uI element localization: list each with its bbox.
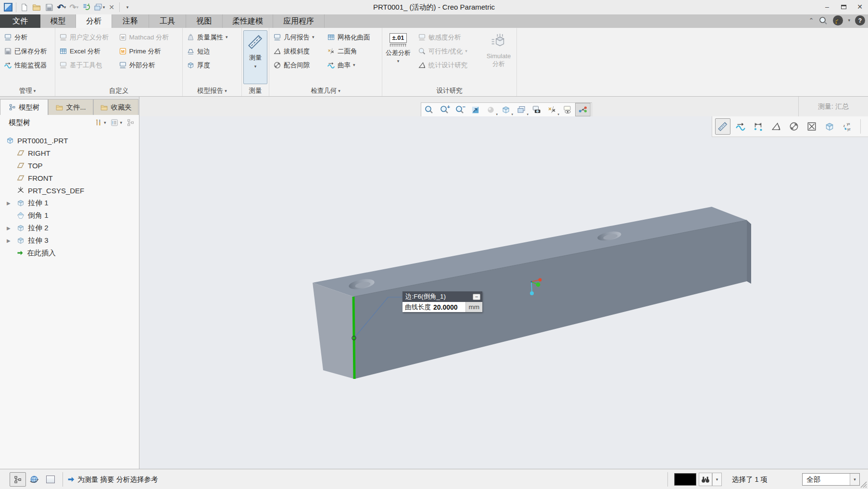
group-label-manage[interactable]: 管理▾ xyxy=(0,86,55,96)
tree-settings-button[interactable]: ▾ xyxy=(94,118,106,127)
selected-edge-highlight[interactable] xyxy=(353,297,354,379)
tab-analysis[interactable]: 分析 xyxy=(76,14,112,28)
zoom-region-button[interactable] xyxy=(421,103,437,116)
excel-analysis-button[interactable]: Excel 分析 xyxy=(55,44,115,58)
tab-applications[interactable]: 应用程序 xyxy=(273,14,325,28)
tab-favorites[interactable]: 收藏夹 xyxy=(93,99,138,115)
tree-item-datum-front[interactable]: FRONT xyxy=(0,172,138,184)
tree-item-datum-right[interactable]: RIGHT xyxy=(0,147,138,159)
chevron-down-icon[interactable]: ▾ xyxy=(848,18,850,23)
refit-button[interactable] xyxy=(467,103,483,116)
chevron-down-icon[interactable]: ▾ xyxy=(511,113,513,116)
search-icon[interactable] xyxy=(818,16,828,25)
performance-monitor-button[interactable]: 性能监视器 xyxy=(0,58,55,72)
chevron-down-icon[interactable]: ▾ xyxy=(496,113,498,116)
chevron-down-icon[interactable]: ▾ xyxy=(104,121,106,125)
tab-annotate[interactable]: 注释 xyxy=(112,14,149,28)
fit-clearance-button[interactable]: 配合间隙 xyxy=(269,58,323,72)
measure-length-button[interactable] xyxy=(733,118,748,135)
tree-item-csys[interactable]: PRT_CSYS_DEF xyxy=(0,184,138,197)
ribbon-utility-icons: ⌃ 🎓 ▾ ? xyxy=(809,15,865,25)
mass-properties-button[interactable]: 质量属性▾ xyxy=(183,30,241,44)
graphics-area[interactable]: 边:F6(倒角_1) − 曲线长度 20.0000 mm xyxy=(139,116,868,469)
measure-button[interactable]: 测量 ▾ xyxy=(243,30,267,84)
annotation-display-button[interactable] xyxy=(560,103,575,116)
view-manager-button[interactable] xyxy=(529,103,544,116)
external-analysis-button[interactable]: 外部分析 xyxy=(115,58,182,72)
tooltip-collapse-button[interactable]: − xyxy=(473,294,480,300)
analysis-button[interactable]: 分析 xyxy=(0,30,55,44)
expand-caret[interactable]: ▶ xyxy=(7,201,11,206)
chevron-down-icon[interactable]: ▾ xyxy=(353,63,355,67)
measure-angle-button[interactable] xyxy=(768,118,784,135)
dihedral-angle-button[interactable]: 二面角 xyxy=(323,44,382,58)
tree-item-part[interactable]: PRT0001_.PRT xyxy=(0,134,138,147)
zoom-out-button[interactable]: − xyxy=(452,103,467,116)
tab-file[interactable]: 文件 xyxy=(0,14,40,28)
chevron-down-icon[interactable]: ▾ xyxy=(312,35,314,39)
close-button[interactable]: ✕ xyxy=(852,0,868,13)
measure-volume-button[interactable] xyxy=(822,118,837,135)
chevron-down-icon[interactable]: ▾ xyxy=(120,121,122,125)
datum-display-button[interactable]: ▾ xyxy=(544,103,560,116)
tab-tools[interactable]: 工具 xyxy=(149,14,186,28)
tab-flexible-modeling[interactable]: 柔性建模 xyxy=(223,14,273,28)
draft-analysis-button[interactable]: 拔模斜度 xyxy=(269,44,323,58)
tooltip-header[interactable]: 边:F6(倒角_1) − xyxy=(403,291,482,302)
thickness-button[interactable]: 厚度 xyxy=(183,58,241,72)
measure-distance-button[interactable] xyxy=(751,118,766,135)
measure-area-button[interactable] xyxy=(804,118,819,135)
collapse-ribbon-button[interactable]: ⌃ xyxy=(809,17,814,24)
x-axis-ball xyxy=(539,278,542,282)
minimize-button[interactable]: – xyxy=(819,0,835,13)
saved-analysis-button[interactable]: 已保存分析 xyxy=(0,44,55,58)
expand-caret[interactable]: ▶ xyxy=(7,238,11,243)
meshed-surface-button[interactable]: 网格化曲面 xyxy=(323,30,382,44)
group-label-inspect-geometry[interactable]: 检查几何▾ xyxy=(269,86,382,96)
measure-diameter-button[interactable] xyxy=(786,118,802,135)
chevron-down-icon[interactable]: ▾ xyxy=(226,35,228,39)
tree-filters-button[interactable]: ▾ xyxy=(110,118,122,127)
spin-center-button[interactable] xyxy=(575,103,591,116)
expand-caret[interactable]: ▶ xyxy=(7,226,11,231)
bar-right-face[interactable] xyxy=(747,220,751,284)
chevron-down-icon[interactable]: ▾ xyxy=(527,113,528,116)
tab-folder-browser[interactable]: 文件... xyxy=(48,99,93,115)
measure-summary-button[interactable] xyxy=(715,118,730,135)
tab-model[interactable]: 模型 xyxy=(40,14,76,28)
find-button[interactable] xyxy=(699,473,712,486)
group-label-model-report[interactable]: 模型报告▾ xyxy=(183,86,242,96)
appearances-button[interactable]: ▾ xyxy=(483,103,498,116)
learning-connector-icon[interactable]: 🎓 xyxy=(833,15,843,25)
find-options-caret[interactable]: ▾ xyxy=(712,473,722,486)
toggle-navigator-button[interactable] xyxy=(10,472,26,487)
prime-analysis-button[interactable]: Prime 分析 xyxy=(115,44,182,58)
selection-filter-combobox[interactable]: 全部 ▾ xyxy=(802,473,860,486)
tree-item-extrude-3[interactable]: ▶拉伸 3 xyxy=(0,234,138,247)
fullscreen-toggle-button[interactable] xyxy=(42,472,59,487)
web-browser-button[interactable] xyxy=(26,472,42,487)
geometry-report-button[interactable]: 几何报告▾ xyxy=(269,30,323,44)
tolerance-analysis-button[interactable]: ±.01 公差分析 ▾ xyxy=(382,30,414,84)
resize-grip[interactable] xyxy=(860,481,867,488)
tree-item-extrude-1[interactable]: ▶拉伸 1 xyxy=(0,197,138,209)
chevron-down-icon[interactable]: ▾ xyxy=(397,59,400,63)
display-style-button[interactable]: ▾ xyxy=(498,103,514,116)
maximize-button[interactable] xyxy=(835,0,852,13)
curvature-button[interactable]: 曲率▾ xyxy=(323,58,382,72)
saved-orientations-button[interactable]: ▾ xyxy=(514,103,529,116)
zoom-in-button[interactable]: + xyxy=(437,103,452,116)
tree-item-datum-top[interactable]: TOP xyxy=(0,159,138,172)
tree-item-chamfer-1[interactable]: 倒角 1 xyxy=(0,209,138,222)
tab-view[interactable]: 视图 xyxy=(186,14,223,28)
chevron-down-icon[interactable]: ▾ xyxy=(557,113,559,116)
chevron-down-icon[interactable]: ▾ xyxy=(254,64,257,69)
measure-transform-button[interactable] xyxy=(840,118,855,135)
tree-item-extrude-2[interactable]: ▶拉伸 2 xyxy=(0,222,138,234)
help-icon[interactable]: ? xyxy=(855,15,865,25)
tree-item-insert-here[interactable]: 在此插入 xyxy=(0,247,138,259)
appearance-swatch[interactable] xyxy=(674,473,696,486)
short-edge-button[interactable]: 短边 xyxy=(183,44,241,58)
tab-model-tree[interactable]: 模型树 xyxy=(0,99,48,115)
combo-dropdown-button[interactable]: ▾ xyxy=(850,474,859,485)
